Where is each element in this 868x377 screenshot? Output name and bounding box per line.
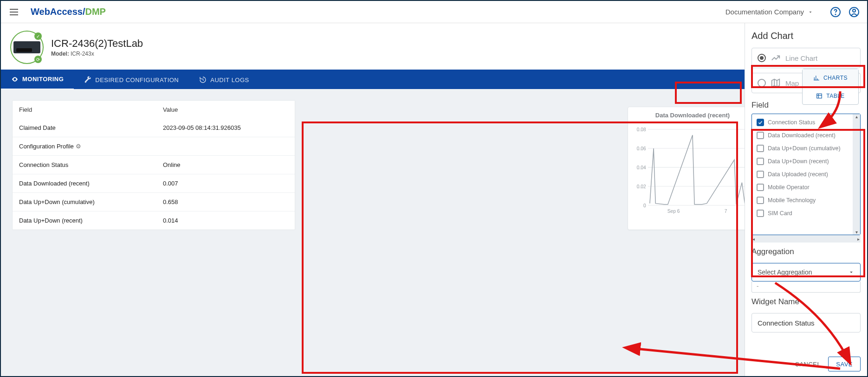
field-option-label: SIM Card xyxy=(768,210,792,217)
checkbox[interactable] xyxy=(757,158,764,165)
add-chart-title: Add Chart xyxy=(751,31,861,41)
radio-icon xyxy=(758,79,766,87)
table-icon xyxy=(816,93,823,99)
device-model-label: Model: xyxy=(51,51,69,57)
info-value: Online xyxy=(156,156,295,174)
field-option[interactable]: Mobile Operator xyxy=(752,181,853,194)
account-icon[interactable] xyxy=(849,6,860,18)
checkbox[interactable] xyxy=(757,197,764,204)
line-chart-icon xyxy=(771,53,781,63)
field-option-label: Data Uploaded (recent) xyxy=(768,171,828,178)
field-option[interactable]: Data Up+Down (recent) xyxy=(752,155,853,168)
table-row: Claimed Date2023-09-05 08:14:31.926035 xyxy=(13,119,295,137)
wrench-icon xyxy=(84,76,91,83)
router-icon xyxy=(13,41,40,53)
checkbox[interactable] xyxy=(757,132,764,139)
chevron-down-icon xyxy=(848,269,855,275)
info-field: Data Up+Down (cumulative) xyxy=(13,193,156,211)
cancel-button[interactable]: CANCEL xyxy=(790,357,826,371)
checkbox[interactable] xyxy=(757,119,764,126)
info-value xyxy=(156,137,295,155)
field-option-label: Mobile Operator xyxy=(768,184,810,191)
map-icon xyxy=(771,78,781,88)
help-icon[interactable] xyxy=(830,6,841,18)
field-option[interactable]: Mobile Technology xyxy=(752,194,853,207)
checkbox[interactable] xyxy=(757,145,764,152)
gear-icon[interactable]: ⚙ xyxy=(76,143,81,150)
svg-text:0.06: 0.06 xyxy=(637,146,646,151)
tab-monitoring[interactable]: MONITORING xyxy=(1,70,74,90)
svg-text:0: 0 xyxy=(643,203,646,208)
menu-icon[interactable] xyxy=(8,6,19,18)
widget-name-input[interactable] xyxy=(751,313,861,332)
field-option[interactable]: Data Downloaded (recent) xyxy=(752,129,853,142)
info-value: 0.007 xyxy=(156,174,295,192)
field-option[interactable]: Data Uploaded (recent) xyxy=(752,168,853,181)
chart-type-line-label: Line Chart xyxy=(785,54,817,62)
table-row: Connection StatusOnline xyxy=(13,155,295,174)
scroll-up-icon[interactable]: ▴ xyxy=(855,114,858,119)
field-option[interactable]: SIM Card xyxy=(752,207,853,220)
view-table-button[interactable]: TABLE xyxy=(803,87,858,104)
tab-desired-configuration-label: DESIRED CONFIGURATION xyxy=(95,77,179,83)
info-value: 0.014 xyxy=(156,211,295,230)
info-value: 0.658 xyxy=(156,193,295,211)
scroll-down-icon[interactable]: ▾ xyxy=(855,230,858,235)
info-value: 2023-09-05 08:14:31.926035 xyxy=(156,119,295,137)
tab-audit-logs-label: AUDIT LOGS xyxy=(210,77,249,83)
scroll-right-icon[interactable]: ▸ xyxy=(857,236,860,242)
svg-text:0.08: 0.08 xyxy=(637,127,646,132)
chart-card[interactable]: Data Downloaded (recent) 0.08 0.06 0.04 … xyxy=(628,107,758,230)
info-field: Configuration Profile⚙ xyxy=(13,137,156,155)
bar-chart-icon xyxy=(813,75,820,81)
field-option-label: Mobile Technology xyxy=(768,197,816,204)
scroll-left-icon[interactable]: ◂ xyxy=(752,236,755,242)
aggregation-placeholder: Select Aggregation xyxy=(758,268,812,276)
app-logo: WebAccess/DMP xyxy=(31,6,106,17)
table-row: Data Up+Down (cumulative)0.658 xyxy=(13,192,295,211)
table-row: Configuration Profile⚙ xyxy=(13,137,295,155)
info-value-header: Value xyxy=(156,101,295,119)
view-toggle: CHARTS TABLE xyxy=(802,69,859,105)
field-option-label: Connection Status xyxy=(768,119,815,126)
status-badge-ok-icon: ✓ xyxy=(34,32,42,40)
aggregation-selected: - xyxy=(751,281,861,293)
field-option[interactable]: Connection Status xyxy=(752,116,853,129)
tab-monitoring-label: MONITORING xyxy=(22,76,64,83)
company-name: Documentation Company xyxy=(725,8,804,16)
view-charts-button[interactable]: CHARTS xyxy=(803,69,858,87)
tab-desired-configuration[interactable]: DESIRED CONFIGURATION xyxy=(74,70,189,90)
info-field: Data Downloaded (recent) xyxy=(13,174,156,192)
chart-type-line[interactable]: Line Chart xyxy=(751,48,861,68)
view-charts-label: CHARTS xyxy=(823,75,848,81)
field-scrollbar[interactable]: ▴ ▾ xyxy=(853,114,860,235)
widget-name-label: Widget Name xyxy=(751,297,861,307)
checkbox[interactable] xyxy=(757,171,764,178)
info-field-header: Field xyxy=(13,101,156,119)
device-thumbnail: ✓ ⟳ xyxy=(10,31,44,64)
aggregation-select[interactable]: Select Aggregation xyxy=(751,263,861,281)
checkbox[interactable] xyxy=(757,210,764,217)
chevron-down-icon xyxy=(808,9,813,15)
history-icon xyxy=(199,76,207,83)
checkbox[interactable] xyxy=(757,184,764,191)
company-selector[interactable]: Documentation Company xyxy=(725,8,813,16)
main-area: Field Value Claimed Date2023-09-05 08:14… xyxy=(1,89,867,376)
aggregation-label: Aggregation xyxy=(751,247,861,256)
svg-text:Sep 6: Sep 6 xyxy=(667,209,680,214)
tab-audit-logs[interactable]: AUDIT LOGS xyxy=(189,70,259,90)
info-field: Connection Status xyxy=(13,156,156,174)
svg-rect-11 xyxy=(817,94,822,98)
field-option[interactable]: Data Up+Down (cumulative) xyxy=(752,142,853,155)
device-header: ✓ ⟳ ICR-2436(2)TestLab Model: ICR-243x xyxy=(1,23,867,70)
field-hscrollbar[interactable]: ◂ ▸ xyxy=(751,235,861,243)
field-list: Connection StatusData Downloaded (recent… xyxy=(751,114,861,235)
chart-plot: 0.08 0.06 0.04 0.02 0 Sep 6 7 xyxy=(631,121,754,218)
eye-icon xyxy=(11,76,19,83)
save-button[interactable]: SAVE xyxy=(828,357,861,371)
info-field: Claimed Date xyxy=(13,119,156,137)
device-title: ICR-2436(2)TestLab xyxy=(51,38,143,50)
status-badge-sync-icon: ⟳ xyxy=(34,56,42,63)
svg-point-4 xyxy=(835,14,836,14)
svg-text:0.04: 0.04 xyxy=(637,165,646,170)
